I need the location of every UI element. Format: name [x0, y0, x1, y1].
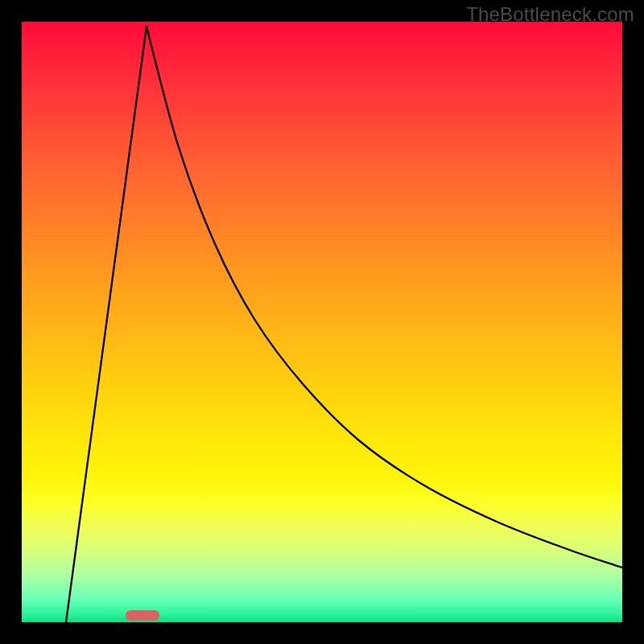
left-line-series — [66, 27, 147, 622]
chart-curves — [22, 22, 622, 622]
right-curve-series — [147, 27, 622, 568]
chart-frame: TheBottleneck.com — [0, 0, 644, 644]
optimal-marker — [126, 610, 159, 621]
watermark-text: TheBottleneck.com — [466, 3, 634, 26]
plot-area — [22, 22, 622, 622]
